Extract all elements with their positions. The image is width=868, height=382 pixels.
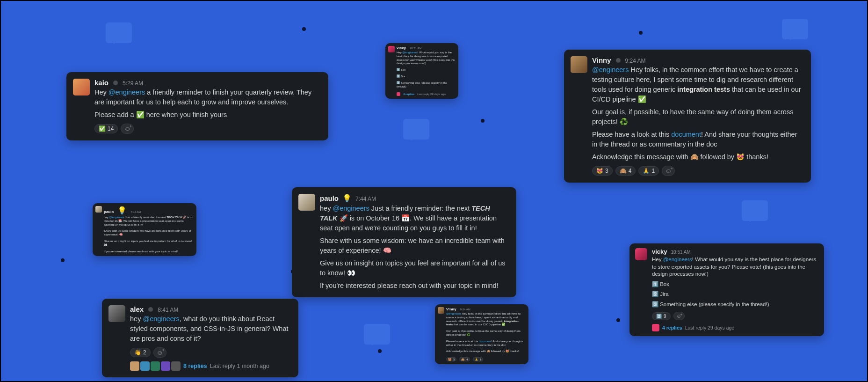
timestamp: 10:51 AM <box>671 250 691 255</box>
message-card-alex: alex 8:41 AM hey @engineers, what do you… <box>102 299 298 377</box>
avatar <box>73 79 90 96</box>
bg-dot <box>616 318 620 322</box>
avatar <box>108 305 125 322</box>
message-card-vicky-small: vicky10:51 AM Hey @engineers! What would… <box>385 43 458 99</box>
mini-avatar <box>171 361 181 371</box>
message-content: Hey @engineers a friendly reminder to fi… <box>94 88 321 120</box>
timestamp: 9:24 AM <box>625 58 646 64</box>
timestamp: 8:41 AM <box>158 307 178 313</box>
add-reaction-button[interactable]: ☺ <box>153 347 166 358</box>
avatar <box>571 56 587 73</box>
bg-bubble <box>403 119 429 140</box>
mini-avatar <box>151 361 160 371</box>
reactions-bar: ✅ 14 ☺ <box>94 124 321 134</box>
reaction[interactable]: 🙏 1 <box>638 166 659 176</box>
mini-avatar <box>161 361 170 371</box>
mention[interactable]: @engineers <box>333 205 369 212</box>
bg-bubble <box>364 324 390 345</box>
bg-dot <box>61 258 65 262</box>
presence-dot-icon <box>148 307 153 312</box>
mention[interactable]: @engineers <box>143 315 179 323</box>
presence-dot-icon <box>113 81 118 85</box>
add-reaction-button[interactable]: ☺ <box>673 312 685 320</box>
reaction[interactable]: 👋 2 <box>130 348 151 357</box>
message-header: paulo 💡 7:44 AM <box>320 194 509 203</box>
message-content: Hey @engineers! What would you say is th… <box>652 256 818 308</box>
doc-link[interactable]: document <box>671 131 701 138</box>
reaction[interactable]: 🙈 4 <box>615 166 636 176</box>
bg-bubble <box>782 19 808 39</box>
reaction[interactable]: 😻 3 <box>592 166 613 176</box>
author-name: paulo <box>320 194 339 202</box>
reaction[interactable]: ✅ 14 <box>94 124 118 133</box>
reaction-emoji: ✅ <box>99 125 106 132</box>
reactions-bar: 2️⃣ 9 ☺ <box>652 312 818 320</box>
message-card-paulo: paulo 💡 7:44 AM hey @engineers Just a fr… <box>292 187 516 297</box>
timestamp: 5:29 AM <box>123 80 143 87</box>
reactions-bar: 😻 3 🙈 4 🙏 1 ☺ <box>592 166 803 176</box>
message-content: @engineers Hey folks, in the common effo… <box>592 65 803 162</box>
avatar <box>298 194 315 211</box>
message-header: vicky 10:51 AM <box>652 248 818 255</box>
reaction-count: 14 <box>108 125 114 132</box>
mini-avatar <box>140 361 150 371</box>
mention[interactable]: @engineers <box>592 66 629 73</box>
presence-dot-icon <box>616 58 621 63</box>
avatar <box>438 307 444 314</box>
message-card-paulo-small: paulo💡7:44 AM hey @engineers Just a frie… <box>93 203 196 256</box>
replies-link[interactable]: 4 replies <box>662 325 682 331</box>
author-name: alex <box>130 305 144 313</box>
bg-dot <box>378 349 382 353</box>
message-card-vicky: vicky 10:51 AM Hey @engineers! What woul… <box>629 243 824 336</box>
message-card-vinny-small: Vinny9:24 AM @engineers Hey folks, in th… <box>435 304 528 364</box>
reactions-bar: 👋 2 ☺ <box>130 347 291 358</box>
reaction[interactable]: 2️⃣ 9 <box>652 312 671 320</box>
author-name: kaio <box>94 79 108 87</box>
message-card-kaio: kaio 5:29 AM Hey @engineers a friendly r… <box>66 72 328 140</box>
avatar <box>635 248 647 260</box>
message-header: kaio 5:29 AM <box>94 79 321 87</box>
message-header: alex 8:41 AM <box>130 305 291 313</box>
mini-avatar <box>652 324 659 331</box>
replies-link[interactable]: 8 replies <box>183 363 207 369</box>
add-reaction-button[interactable]: ☺ <box>662 166 675 176</box>
thread-summary[interactable]: 8 replies Last reply 1 month ago <box>130 361 291 371</box>
author-name: Vinny <box>592 56 611 64</box>
message-header: Vinny 9:24 AM <box>592 56 803 64</box>
thread-avatars <box>130 361 181 371</box>
message-card-vinny: Vinny 9:24 AM @engineers Hey folks, in t… <box>564 50 811 183</box>
avatar <box>95 206 102 213</box>
mention[interactable]: @engineers <box>108 88 145 96</box>
thread-summary[interactable]: 4 replies Last reply 29 days ago <box>652 324 818 331</box>
status-emoji-icon: 💡 <box>342 194 352 203</box>
author-name: vicky <box>652 248 667 255</box>
add-reaction-button[interactable]: ☺ <box>121 124 134 134</box>
avatar <box>388 46 395 52</box>
bg-bubble <box>742 200 768 221</box>
mention[interactable]: @engineers <box>663 257 692 262</box>
bg-bubble <box>106 22 132 43</box>
last-reply-text: Last reply 29 days ago <box>685 325 735 331</box>
last-reply-text: Last reply 1 month ago <box>210 363 269 369</box>
thread-avatars <box>652 324 659 331</box>
bg-dot <box>302 27 306 31</box>
timestamp: 7:44 AM <box>355 196 376 202</box>
message-content: hey @engineers, what do you think about … <box>130 314 291 344</box>
bg-dot <box>481 119 485 123</box>
message-content: hey @engineers Just a friendly reminder:… <box>320 204 509 291</box>
mini-avatar <box>130 361 139 371</box>
bg-dot <box>639 31 643 35</box>
